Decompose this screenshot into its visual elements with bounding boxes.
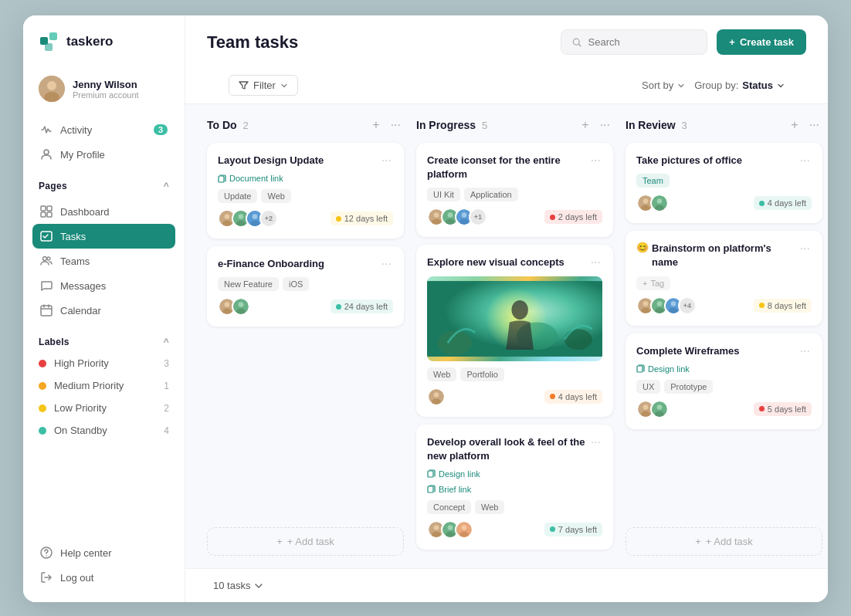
wireframes-tags: UX Prototype — [636, 380, 812, 394]
pics-title: Take pictures of office — [636, 154, 742, 168]
user-area: Jenny Wilson Premium account — [23, 68, 185, 114]
visual-header: Explore new visual concepts ··· — [427, 256, 602, 269]
develop-menu[interactable]: ··· — [589, 435, 602, 449]
card-footer: +2 12 days left — [218, 209, 393, 228]
activity-badge: 3 — [154, 124, 168, 135]
visual-avatars — [427, 388, 441, 406]
group-by-button[interactable]: Group by: Status — [694, 80, 785, 91]
svg-point-24 — [236, 221, 246, 227]
app-name: taskero — [66, 34, 113, 49]
inreview-menu-button[interactable]: ··· — [806, 117, 822, 134]
label-medium[interactable]: Medium Priority 1 — [23, 374, 185, 397]
svg-point-26 — [253, 214, 258, 219]
wireframes-design-link[interactable]: Design link — [636, 364, 812, 374]
inprogress-menu-button[interactable]: ··· — [597, 117, 613, 134]
pages-chevron[interactable]: ^ — [164, 181, 169, 191]
activity-icon — [40, 124, 53, 136]
add-tag-button[interactable]: + Tag — [636, 276, 670, 290]
svg-rect-9 — [41, 212, 46, 217]
column-inprogress: In Progress 5 + ··· Create iconset for t… — [416, 117, 613, 556]
time-badge: 12 days left — [331, 212, 393, 225]
svg-point-74 — [655, 307, 664, 313]
search-input[interactable] — [588, 36, 697, 48]
svg-point-33 — [236, 309, 246, 315]
messages-icon — [40, 279, 53, 292]
iconset-menu[interactable]: ··· — [589, 154, 602, 168]
inprogress-add-button[interactable]: + — [578, 117, 592, 134]
avatar-more: +2 — [259, 209, 278, 228]
tag-ux: UX — [636, 380, 660, 394]
dashboard-icon — [40, 205, 53, 218]
todo-add-button[interactable]: + — [369, 117, 382, 134]
card-wireframes: Complete Wireframes ··· Design link UX P… — [626, 333, 822, 429]
pics-menu[interactable]: ··· — [798, 154, 812, 168]
main-header: Team tasks + Create task — [185, 15, 828, 104]
tag-prototype: Prototype — [664, 380, 713, 394]
sidebar-item-teams[interactable]: Teams — [32, 249, 175, 273]
sidebar-item-tasks[interactable]: Tasks — [32, 224, 175, 249]
user-avatar — [39, 76, 65, 102]
visual-menu[interactable]: ··· — [589, 256, 602, 269]
svg-point-12 — [43, 257, 47, 261]
card-link-document[interactable]: Document link — [218, 174, 393, 183]
brainstorm-tags: + Tag — [636, 276, 812, 290]
filter-button[interactable]: Filter — [229, 75, 298, 96]
svg-point-64 — [643, 198, 649, 204]
iconset-title: Create iconset for the entire platform — [427, 154, 589, 181]
teams-label: Teams — [60, 256, 90, 267]
card-avatars-2 — [218, 297, 246, 316]
pics-header: Take pictures of office ··· — [636, 154, 812, 168]
sidebar-item-calendar[interactable]: Calendar — [32, 298, 175, 323]
svg-point-84 — [655, 411, 664, 417]
inreview-add-button[interactable]: + — [788, 117, 801, 134]
search-bar[interactable] — [561, 29, 707, 55]
link-icon-2 — [427, 469, 436, 478]
svg-point-50 — [434, 392, 439, 398]
sidebar-item-profile[interactable]: My Profile — [32, 142, 175, 167]
develop-design-link[interactable]: Design link — [427, 469, 602, 479]
kanban-board: To Do 2 + ··· Layout Design Update ··· — [185, 104, 828, 568]
sidebar-item-logout[interactable]: Log out — [32, 565, 175, 590]
sort-button[interactable]: Sort by — [642, 80, 685, 91]
card-menu-button[interactable]: ··· — [380, 154, 393, 168]
visual-title: Explore new visual concepts — [427, 256, 565, 269]
labels-chevron[interactable]: ^ — [164, 337, 169, 347]
tasks-count-button[interactable]: 10 tasks — [207, 577, 270, 594]
develop-brief-link[interactable]: Brief link — [427, 485, 602, 494]
todo-menu-button[interactable]: ··· — [388, 117, 404, 134]
svg-point-71 — [641, 307, 650, 313]
sidebar-item-help[interactable]: Help center — [32, 540, 175, 565]
svg-point-70 — [643, 301, 649, 306]
brainstorm-menu[interactable]: ··· — [798, 242, 812, 256]
svg-point-81 — [641, 411, 650, 417]
sidebar-item-dashboard[interactable]: Dashboard — [32, 199, 175, 224]
user-role: Premium account — [73, 90, 139, 100]
todo-add-task-button[interactable]: + + Add task — [207, 527, 404, 556]
card-title-2: e-Finance Onboarding — [218, 257, 324, 271]
card-iconset: Create iconset for the entire platform ·… — [416, 143, 613, 237]
label-standby[interactable]: On Standby 4 — [23, 419, 185, 442]
wireframes-footer: 5 days left — [636, 400, 812, 418]
todo-cards: Layout Design Update ··· Document link U… — [207, 143, 404, 523]
sidebar: taskero Jenny Wilson Premium account — [23, 15, 185, 602]
wireframes-avatars — [636, 400, 664, 418]
wireframes-menu[interactable]: ··· — [798, 344, 812, 358]
svg-rect-8 — [47, 206, 52, 211]
main-content: Team tasks + Create task — [185, 15, 828, 602]
create-task-button[interactable]: + Create task — [717, 29, 806, 55]
label-high[interactable]: High Priority 3 — [23, 352, 185, 374]
inreview-add-task-button[interactable]: + + Add task — [626, 527, 822, 556]
svg-point-83 — [657, 404, 663, 410]
sidebar-item-messages[interactable]: Messages — [32, 273, 175, 298]
brainstorm-avatars: +4 — [636, 296, 692, 315]
toolbar-right: Sort by Group by: Status — [642, 80, 785, 91]
card-menu-button-2[interactable]: ··· — [380, 257, 393, 271]
time-dot — [336, 216, 341, 222]
avatar-2b — [232, 297, 250, 316]
sidebar-item-activity[interactable]: Activity 3 — [32, 117, 175, 142]
svg-point-36 — [432, 219, 441, 225]
todo-title: To Do 2 — [207, 119, 249, 131]
label-low[interactable]: Low Priority 2 — [23, 397, 185, 419]
svg-rect-53 — [428, 486, 433, 492]
board-footer: 10 tasks — [185, 568, 828, 602]
